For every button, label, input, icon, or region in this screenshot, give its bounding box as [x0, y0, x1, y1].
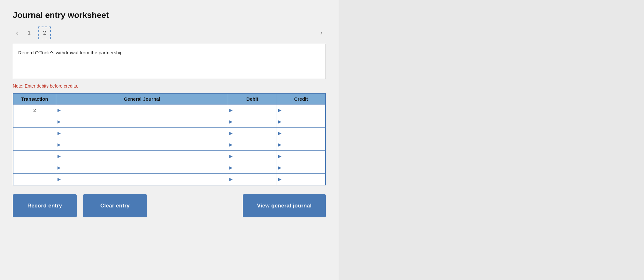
journal-table: Transaction General Journal Debit Credit… [13, 93, 326, 185]
transaction-cell: 2 [13, 105, 56, 116]
debit-input[interactable] [233, 116, 277, 127]
transaction-cell [13, 151, 56, 162]
journal-input-cell[interactable]: ▶ [56, 116, 228, 128]
record-entry-button[interactable]: Record entry [13, 194, 77, 217]
action-buttons: Record entry Clear entry View general jo… [13, 194, 326, 217]
debit-input-cell[interactable]: ▶ [228, 139, 277, 151]
credit-input-cell[interactable]: ▶ [277, 116, 326, 128]
credit-input-cell[interactable]: ▶ [277, 139, 326, 151]
journal-input-cell[interactable]: ▶ [56, 139, 228, 151]
debit-input-cell[interactable]: ▶ [228, 174, 277, 185]
table-row: 2▶▶▶ [13, 105, 326, 116]
debit-input[interactable] [233, 174, 277, 185]
table-row: ▶▶▶ [13, 151, 326, 162]
journal-arrow-icon: ▶ [56, 165, 61, 170]
debit-input[interactable] [233, 151, 277, 162]
table-row: ▶▶▶ [13, 174, 326, 185]
journal-arrow-icon: ▶ [56, 177, 61, 182]
journal-input-cell[interactable]: ▶ [56, 174, 228, 185]
debit-input-cell[interactable]: ▶ [228, 116, 277, 128]
journal-input-cell[interactable]: ▶ [56, 128, 228, 139]
journal-input[interactable] [61, 128, 228, 139]
description-box: Record O'Toole's withdrawal from the par… [13, 44, 326, 79]
journal-input[interactable] [61, 139, 228, 150]
transaction-cell [13, 174, 56, 185]
col-header-credit: Credit [277, 93, 326, 105]
journal-arrow-icon: ▶ [56, 142, 61, 147]
debit-arrow-icon: ▶ [228, 131, 233, 136]
clear-entry-button[interactable]: Clear entry [83, 194, 147, 217]
debit-input-cell[interactable]: ▶ [228, 162, 277, 174]
pagination-nav: ‹ 1 2 › [13, 27, 326, 39]
journal-input[interactable] [61, 151, 228, 162]
credit-arrow-icon: ▶ [277, 119, 281, 124]
debit-arrow-icon: ▶ [228, 119, 233, 124]
debit-input[interactable] [233, 139, 277, 150]
table-row: ▶▶▶ [13, 139, 326, 151]
debit-arrow-icon: ▶ [228, 142, 233, 147]
transaction-cell [13, 116, 56, 128]
view-general-journal-button[interactable]: View general journal [243, 194, 326, 217]
debit-input[interactable] [233, 105, 277, 116]
page-2-button[interactable]: 2 [38, 27, 51, 39]
journal-arrow-icon: ▶ [56, 131, 61, 136]
description-text: Record O'Toole's withdrawal from the par… [18, 50, 124, 55]
credit-arrow-icon: ▶ [277, 131, 281, 136]
credit-input-cell[interactable]: ▶ [277, 162, 326, 174]
journal-arrow-icon: ▶ [56, 119, 61, 124]
credit-input[interactable] [281, 174, 325, 185]
debit-arrow-icon: ▶ [228, 177, 233, 182]
journal-input-cell[interactable]: ▶ [56, 162, 228, 174]
credit-input-cell[interactable]: ▶ [277, 105, 326, 116]
credit-input[interactable] [281, 116, 325, 127]
credit-input-cell[interactable]: ▶ [277, 151, 326, 162]
col-header-transaction: Transaction [13, 93, 56, 105]
credit-arrow-icon: ▶ [277, 177, 281, 182]
next-page-arrow[interactable]: › [317, 28, 326, 38]
journal-input-cell[interactable]: ▶ [56, 151, 228, 162]
journal-input-cell[interactable]: ▶ [56, 105, 228, 116]
debit-arrow-icon: ▶ [228, 165, 233, 170]
credit-input-cell[interactable]: ▶ [277, 174, 326, 185]
col-header-general-journal: General Journal [56, 93, 228, 105]
journal-input[interactable] [61, 116, 228, 127]
table-row: ▶▶▶ [13, 128, 326, 139]
page-1-button[interactable]: 1 [23, 27, 35, 39]
credit-arrow-icon: ▶ [277, 165, 281, 170]
table-row: ▶▶▶ [13, 162, 326, 174]
debit-arrow-icon: ▶ [228, 154, 233, 159]
debit-input[interactable] [233, 162, 277, 173]
credit-arrow-icon: ▶ [277, 154, 281, 159]
journal-arrow-icon: ▶ [56, 108, 61, 113]
transaction-cell [13, 128, 56, 139]
journal-input[interactable] [61, 105, 228, 116]
credit-input[interactable] [281, 151, 325, 162]
prev-page-arrow[interactable]: ‹ [13, 28, 21, 38]
col-header-debit: Debit [228, 93, 277, 105]
debit-arrow-icon: ▶ [228, 108, 233, 113]
credit-input[interactable] [281, 105, 325, 116]
note-text: Note: Enter debits before credits. [13, 83, 326, 89]
transaction-cell [13, 139, 56, 151]
page-title: Journal entry worksheet [13, 10, 326, 20]
transaction-cell [13, 162, 56, 174]
credit-input-cell[interactable]: ▶ [277, 128, 326, 139]
credit-arrow-icon: ▶ [277, 108, 281, 113]
debit-input-cell[interactable]: ▶ [228, 105, 277, 116]
credit-input[interactable] [281, 162, 325, 173]
journal-input[interactable] [61, 162, 228, 173]
debit-input-cell[interactable]: ▶ [228, 128, 277, 139]
debit-input-cell[interactable]: ▶ [228, 151, 277, 162]
journal-arrow-icon: ▶ [56, 154, 61, 159]
table-row: ▶▶▶ [13, 116, 326, 128]
credit-input[interactable] [281, 128, 325, 139]
credit-arrow-icon: ▶ [277, 142, 281, 147]
credit-input[interactable] [281, 139, 325, 150]
journal-input[interactable] [61, 174, 228, 185]
right-panel [339, 0, 644, 280]
debit-input[interactable] [233, 128, 277, 139]
